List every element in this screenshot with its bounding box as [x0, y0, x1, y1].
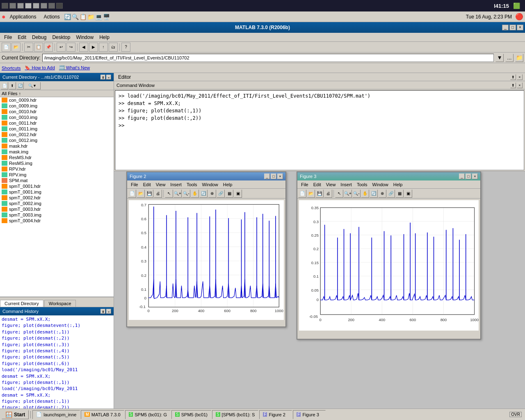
sys-icon-6[interactable] — [41, 3, 47, 9]
fig3-zoom-in-btn[interactable]: 🔍+ — [344, 189, 352, 198]
file-item[interactable]: con_0012.hdr — [0, 132, 114, 137]
sys-icon-8[interactable] — [56, 3, 63, 9]
fig2-save-btn[interactable]: 💾 — [145, 189, 153, 198]
fig2-link-btn[interactable]: 🔗 — [217, 189, 225, 198]
file-item[interactable]: spmT_0004.hdr — [0, 218, 114, 224]
fig3-menu-edit[interactable]: Edit — [311, 182, 323, 187]
fig2-data-btn[interactable]: ⊕ — [208, 189, 216, 198]
fig3-minimize-btn[interactable]: _ — [459, 173, 465, 179]
minimize-button[interactable]: _ — [502, 25, 509, 30]
file-item[interactable]: ResMS.hdr — [0, 155, 114, 160]
file-item[interactable]: ResMS.img — [0, 160, 114, 166]
whats-new-link[interactable]: 🆕 What's New — [59, 65, 90, 71]
file-item[interactable]: spmT_0002.hdr — [0, 195, 114, 201]
fig2-pan-btn[interactable]: ✋ — [191, 189, 199, 198]
all-files-label[interactable]: All Files ↑ — [2, 91, 21, 96]
file-item[interactable]: con_0011.img — [0, 126, 114, 132]
file-item[interactable]: spmT_0002.img — [0, 201, 114, 206]
sys-icon-5[interactable] — [33, 3, 39, 9]
fig2-menu-edit[interactable]: Edit — [141, 182, 153, 187]
history-expand-btn[interactable]: ⬆ — [100, 309, 105, 314]
dir-browse-button[interactable]: 🗂 — [109, 43, 118, 52]
dir-browse-btn[interactable]: ... — [505, 54, 514, 62]
dir-open-btn[interactable]: 📁 — [515, 54, 523, 62]
file-item[interactable]: spmT_0003.img — [0, 212, 114, 218]
file-item[interactable]: SPM.mat — [0, 178, 114, 183]
cd-new-btn[interactable]: 📄 — [1, 82, 8, 89]
file-item[interactable]: con_0012.img — [0, 137, 114, 143]
fig2-cursor-btn[interactable]: ↖ — [165, 189, 173, 198]
taskbar-item-matlab[interactable]: M MATLAB 7.3.0 — [81, 410, 124, 419]
file-item[interactable]: spmT_0001.hdr — [0, 183, 114, 189]
fig3-legend-btn[interactable]: ▦ — [395, 189, 404, 198]
copy-button[interactable]: 📋 — [34, 43, 43, 52]
fig2-zoom-out-btn[interactable]: 🔍- — [182, 189, 190, 198]
fig3-rotate-btn[interactable]: 🔄 — [370, 189, 378, 198]
history-item[interactable]: load('/imaging/bc01/May_2011 — [2, 367, 112, 373]
history-item[interactable]: figure; plot(desmat(:,2)) — [2, 335, 112, 341]
help-button[interactable]: ? — [121, 43, 130, 52]
dir-up-button[interactable]: ↑ — [99, 43, 108, 52]
actions-menu[interactable]: Actions — [40, 13, 63, 21]
fig3-data-btn[interactable]: ⊕ — [378, 189, 386, 198]
fig3-pan-btn[interactable]: ✋ — [361, 189, 369, 198]
fig3-menu-view[interactable]: View — [324, 182, 338, 187]
sys-icon-7[interactable] — [48, 3, 55, 9]
file-item[interactable]: con_0010.hdr — [0, 109, 114, 114]
undo-button[interactable]: ↩ — [57, 43, 66, 52]
menu-edit[interactable]: Edit — [15, 34, 29, 41]
fig3-zoom-out-btn[interactable]: 🔍- — [352, 189, 361, 198]
back-button[interactable]: ◀ — [79, 43, 88, 52]
fig3-menu-file[interactable]: File — [299, 182, 310, 187]
open-button[interactable]: 📂 — [11, 43, 21, 52]
fig3-menu-tools[interactable]: Tools — [355, 182, 370, 187]
history-item[interactable]: desmat = SPM.xX.X; — [2, 316, 112, 322]
fig3-link-btn[interactable]: 🔗 — [387, 189, 395, 198]
menu-debug[interactable]: Debug — [30, 34, 49, 41]
forward-button[interactable]: ▶ — [89, 43, 98, 52]
fig2-colorbar-btn[interactable]: ▣ — [234, 189, 242, 198]
file-item[interactable]: spmT_0003.hdr — [0, 206, 114, 212]
panel-close-btn[interactable]: × — [106, 75, 111, 80]
file-item[interactable]: con_0009.img — [0, 103, 114, 109]
fig2-new-btn[interactable]: 📄 — [128, 189, 136, 198]
dir-dropdown-button[interactable]: ▼ — [495, 54, 504, 62]
fig2-open-btn[interactable]: 📂 — [137, 189, 145, 198]
taskbar-item-spm5-2[interactable]: S SPM5 (bc01) — [171, 410, 211, 419]
taskbar-item-spm5-1[interactable]: S SPM5 (bc01): G — [125, 410, 171, 419]
menu-file[interactable]: File — [2, 34, 14, 41]
history-item[interactable]: figure; plot(desmat(:,1)) — [2, 398, 112, 404]
command-window-content[interactable]: >> load('/imaging/bc01/May_2011/Effect_o… — [115, 90, 524, 170]
cmd-expand-btn[interactable]: ⬆ — [510, 74, 516, 80]
fig2-menu-tools[interactable]: Tools — [185, 182, 199, 187]
file-item[interactable]: mask.hdr — [0, 143, 114, 149]
fig2-minimize-btn[interactable]: _ — [264, 173, 270, 179]
fig3-save-btn[interactable]: 💾 — [315, 189, 324, 198]
fig3-close-btn[interactable]: × — [472, 173, 478, 179]
cw-close-btn[interactable]: × — [517, 82, 523, 88]
fig3-menu-window[interactable]: Window — [370, 182, 390, 187]
history-item[interactable]: figure; plot(desmat(:,5)) — [2, 354, 112, 360]
how-to-add-link[interactable]: 🔖 How to Add — [25, 65, 55, 71]
fig2-menu-view[interactable]: View — [154, 182, 168, 187]
cmd-close-btn[interactable]: × — [517, 74, 523, 80]
history-close-btn[interactable]: × — [106, 309, 111, 314]
file-item[interactable]: con_0010.img — [0, 114, 114, 120]
maximize-button[interactable]: □ — [509, 25, 516, 30]
taskbar-item-launchspm[interactable]: 📄 launchspm_inne — [32, 410, 80, 419]
taskbar-item-figure3[interactable]: F Figure 3 — [293, 410, 326, 419]
history-item[interactable]: figure; plot(desmat(:,6)) — [2, 361, 112, 367]
menu-window[interactable]: Window — [73, 34, 96, 41]
shortcuts-link[interactable]: Shortcuts — [2, 66, 21, 71]
fig3-open-btn[interactable]: 📂 — [307, 189, 315, 198]
fig2-rotate-btn[interactable]: 🔄 — [199, 189, 208, 198]
redo-button[interactable]: ↪ — [66, 43, 75, 52]
start-button[interactable]: 🪟 Start — [2, 410, 29, 419]
panel-expand-btn[interactable]: ⬆ — [100, 75, 105, 80]
file-item[interactable]: RPV.hdr — [0, 166, 114, 172]
cw-expand-btn[interactable]: ⬆ — [510, 82, 516, 88]
new-button[interactable]: 📄 — [2, 43, 11, 52]
fig2-menu-window[interactable]: Window — [200, 182, 220, 187]
fig3-new-btn[interactable]: 📄 — [298, 189, 306, 198]
fig3-colorbar-btn[interactable]: ▣ — [404, 189, 412, 198]
